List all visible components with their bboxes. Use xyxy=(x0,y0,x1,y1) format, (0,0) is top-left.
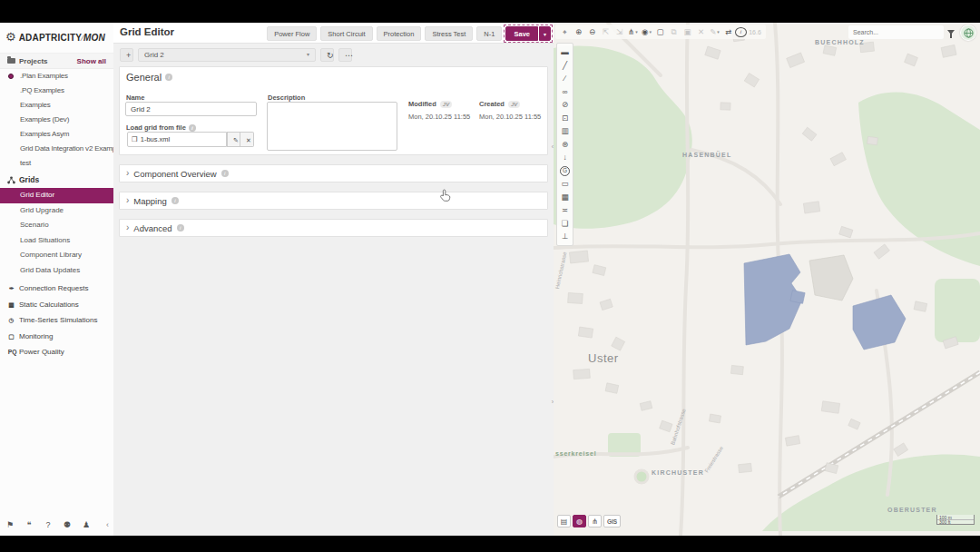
machine-icon[interactable]: ⊛ xyxy=(558,138,572,152)
transformer-2w-icon[interactable]: ∞ xyxy=(558,85,572,99)
zoom-level[interactable]: 16.6▾ xyxy=(747,29,763,35)
fit-all-icon[interactable]: ⇲▾ xyxy=(612,27,626,36)
more-options-button[interactable]: ⋯ xyxy=(338,48,352,62)
grids-item[interactable]: Scenario xyxy=(0,218,113,233)
subgrid-icon[interactable]: ❏ xyxy=(558,217,572,231)
project-item[interactable]: .PQ Examples xyxy=(0,84,113,98)
topology-view-tab[interactable]: ⋔ xyxy=(588,515,602,527)
load-icon[interactable]: ↓ xyxy=(558,151,572,164)
zoom-out-icon[interactable]: ⊖▾ xyxy=(585,27,599,36)
trash-icon: ✕ xyxy=(246,137,251,143)
edit-file-button[interactable]: ✎ xyxy=(227,132,240,147)
project-item[interactable]: Examples xyxy=(0,98,113,113)
map-search xyxy=(848,25,955,39)
created-label: CreatedJV xyxy=(479,100,520,108)
module-item[interactable]: ◷Time-Series Simulations xyxy=(0,312,113,329)
capacitor-icon[interactable]: ≍ xyxy=(558,203,572,217)
refresh-button[interactable]: ↻ xyxy=(320,48,334,62)
shunt-icon[interactable]: ▥ xyxy=(558,124,572,138)
show-all-link[interactable]: Show all xyxy=(77,57,106,65)
file-display: ❒ 1-bus.xml xyxy=(127,132,227,147)
module-item[interactable]: ✒Connection Requests xyxy=(0,281,113,297)
grids-list: Grid EditorGrid UpgradeScenarioLoad Situ… xyxy=(0,188,113,278)
analysis-button[interactable]: Protection xyxy=(377,26,422,41)
projects-list: .Plan Examples.PQ ExamplesExamplesExampl… xyxy=(0,69,113,171)
zoom-in-icon[interactable]: ⊕▾ xyxy=(572,27,585,36)
pq-icon: PQ xyxy=(8,345,15,359)
project-item[interactable]: Examples Asym xyxy=(0,127,113,142)
grids-item[interactable]: Component Library xyxy=(0,248,113,263)
storage-icon[interactable]: ▭ xyxy=(558,177,572,191)
module-item[interactable]: ▦Static Calculations xyxy=(0,297,113,313)
visibility-icon[interactable]: ◉▾ xyxy=(640,27,653,36)
project-item[interactable]: Examples (Dev) xyxy=(0,113,113,127)
grid-select[interactable]: Grid 2 ▾ xyxy=(138,48,316,62)
description-input[interactable] xyxy=(267,102,397,151)
chevron-right-icon: › xyxy=(126,223,129,232)
gis-toggle-tab[interactable]: GIS xyxy=(603,515,621,527)
sidebar-collapse-icon[interactable]: ‹ xyxy=(106,520,109,529)
brand-name: ADAPTRICITY∕MON xyxy=(19,33,105,43)
project-item[interactable]: Grid Data Integration v2 Examples xyxy=(0,142,113,156)
screen: ⚙ ADAPTRICITY∕MON Projects Show all .Pla… xyxy=(0,0,980,552)
analysis-button[interactable]: Short Circuit xyxy=(320,26,372,41)
chat-icon[interactable]: ❝ xyxy=(24,520,34,529)
info-icon[interactable] xyxy=(189,124,196,132)
grids-item[interactable]: Grid Data Updates xyxy=(0,263,113,279)
analysis-button[interactable]: Stress Test xyxy=(425,26,473,41)
copy-icon[interactable]: ⧉▾ xyxy=(667,27,681,37)
regulator-icon[interactable]: ⊡ xyxy=(558,112,572,125)
analysis-button[interactable]: Power Flow xyxy=(267,26,317,41)
busbar-icon[interactable]: ▬ xyxy=(558,45,572,59)
area-select-icon[interactable]: ▢▾ xyxy=(653,27,667,36)
chevron-down-icon: ▾ xyxy=(717,29,720,34)
cable-icon[interactable]: ∕ xyxy=(558,72,572,85)
user-icon[interactable]: ♟ xyxy=(82,520,91,529)
info-icon[interactable]: i▾ xyxy=(735,27,747,37)
collapsible-section[interactable]: › Component Overview xyxy=(119,164,548,182)
edit-icon[interactable]: ✎▾ xyxy=(708,27,721,36)
bug-icon[interactable]: ⚉ xyxy=(63,520,72,529)
reroute-icon[interactable]: ⇄▾ xyxy=(721,27,735,36)
paste-icon[interactable]: ▣▾ xyxy=(681,27,694,36)
pan-icon[interactable]: ⌖▾ xyxy=(558,27,572,37)
save-button[interactable]: Save xyxy=(505,26,538,41)
line-icon[interactable]: ╱ xyxy=(558,59,572,73)
external-grid-icon[interactable]: ▦ xyxy=(558,191,572,204)
generator-icon[interactable]: G xyxy=(558,164,572,178)
info-icon[interactable] xyxy=(177,224,184,232)
filter-funnel-icon[interactable] xyxy=(947,30,955,34)
project-item[interactable]: .Plan Examples xyxy=(0,69,113,84)
info-icon[interactable] xyxy=(172,197,179,204)
collapsible-section[interactable]: › Mapping xyxy=(119,192,548,210)
description-label: Description xyxy=(268,94,305,102)
search-input[interactable] xyxy=(848,25,944,39)
map-view-tab[interactable]: ◍ xyxy=(573,515,586,527)
help-icon[interactable]: ? xyxy=(44,520,53,529)
layers-icon[interactable]: ⋔▾ xyxy=(626,27,640,36)
add-grid-button[interactable]: + xyxy=(120,48,133,62)
module-item[interactable]: PQPower Quality xyxy=(0,344,113,360)
module-item[interactable]: ▢Monitoring xyxy=(0,329,113,345)
flag-icon[interactable]: ⚑ xyxy=(5,520,15,529)
table-view-tab[interactable]: ▤ xyxy=(557,515,571,527)
info-icon[interactable] xyxy=(165,74,172,81)
project-item[interactable]: test xyxy=(0,156,113,171)
map-label: OBERUSTER xyxy=(887,507,937,513)
ground-icon[interactable]: ⊥ xyxy=(558,230,572,243)
grids-item[interactable]: Grid Editor xyxy=(0,188,113,203)
collapsible-section[interactable]: › Advanced xyxy=(119,219,548,237)
analysis-button[interactable]: N-1 xyxy=(476,26,502,41)
delete-icon[interactable]: ✕▾ xyxy=(694,27,708,36)
transformer-3w-icon[interactable]: ⊘ xyxy=(558,98,572,112)
fit-selection-icon[interactable]: ⇱▾ xyxy=(599,27,612,36)
basemap-toggle-button[interactable] xyxy=(960,25,976,41)
save-dropdown-button[interactable]: ▾ xyxy=(539,26,551,41)
grids-item[interactable]: Load Situations xyxy=(0,233,113,249)
map-panel[interactable]: BUECHHOLZHASENBÜELUstersserkreiselKIRCHU… xyxy=(554,23,980,536)
delete-file-button[interactable]: ✕ xyxy=(240,132,254,147)
name-input[interactable] xyxy=(125,102,257,116)
grids-item[interactable]: Grid Upgrade xyxy=(0,203,113,219)
info-icon[interactable] xyxy=(221,170,229,177)
name-label: Name xyxy=(126,94,144,102)
